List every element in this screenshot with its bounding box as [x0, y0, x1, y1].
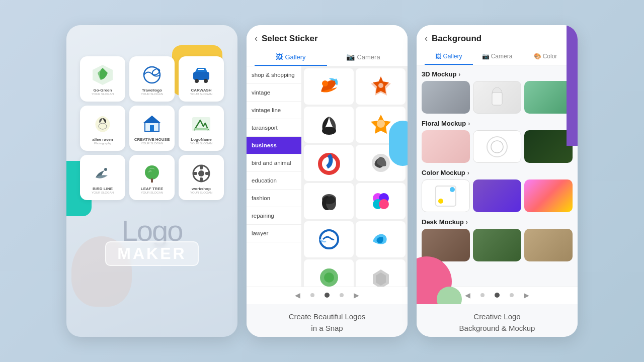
tab-camera[interactable]: 📷 Camera — [327, 49, 399, 66]
card2-back-button[interactable]: ‹ — [255, 33, 258, 44]
section-color-mockup: Color Mockup › — [422, 169, 573, 212]
cat-repairing[interactable]: repairing — [247, 207, 301, 225]
svg-point-21 — [322, 80, 328, 86]
nav-next-button[interactable]: ▶ — [354, 291, 359, 299]
sticker-7[interactable] — [304, 183, 354, 219]
svg-point-44 — [450, 187, 455, 192]
cat-vintage[interactable]: vintage — [247, 84, 301, 102]
section-floral-label: Floral Mockup — [422, 120, 466, 127]
thumb-color-2[interactable] — [473, 179, 521, 212]
section-desk-header[interactable]: Desk Mockup › — [422, 218, 573, 226]
svg-point-33 — [320, 230, 338, 248]
nav-dot-3 — [340, 293, 344, 297]
thumb-floral-2[interactable] — [473, 130, 521, 163]
maker-text: MAKER — [105, 241, 198, 266]
card3-back-button[interactable]: ‹ — [425, 33, 428, 44]
logo-cell-leaftree[interactable]: LEAF TREE YOUR SLOGAN — [129, 155, 175, 200]
thumb-floral-1[interactable] — [422, 130, 470, 163]
svg-point-13 — [145, 165, 159, 179]
thumb-floral-3[interactable] — [524, 130, 573, 163]
card3-nav-next[interactable]: ▶ — [524, 291, 529, 299]
card2-caption: Create Beautiful Logos in a Snap — [247, 304, 408, 337]
card3-camera-label: Camera — [491, 53, 513, 60]
section-3d-mockup-header[interactable]: 3D Mockup › — [422, 70, 573, 78]
thumb-3d-3[interactable] — [524, 81, 573, 114]
sticker-3[interactable] — [304, 107, 354, 143]
nav-prev-button[interactable]: ◀ — [295, 291, 300, 299]
card3-caption: Creative Logo Background & Mockup — [417, 304, 578, 337]
sticker-5[interactable] — [304, 145, 354, 181]
section-desk-label: Desk Mockup — [422, 218, 464, 226]
sticker-12[interactable] — [356, 259, 406, 287]
svg-rect-19 — [193, 172, 197, 175]
section-color-arrow: › — [467, 169, 469, 176]
sticker-1[interactable] — [304, 68, 354, 105]
logo-cell-gogreen-sub: YOUR SLOGAN — [92, 93, 114, 96]
svg-point-43 — [438, 199, 443, 204]
section-color-header[interactable]: Color Mockup › — [422, 169, 573, 176]
cat-education[interactable]: education — [247, 172, 301, 190]
logo-cell-workshop[interactable]: workshop YOUR SLOGAN — [179, 155, 224, 200]
svg-point-35 — [324, 273, 334, 283]
svg-rect-3 — [193, 72, 209, 80]
logo-cell-carwash[interactable]: CARWASH YOUR SLOGAN — [179, 56, 224, 102]
sticker-10[interactable] — [356, 221, 406, 257]
tab-gallery[interactable]: 🖼 Gallery — [255, 49, 327, 66]
card2-nav-bar: ◀ ▶ — [247, 287, 408, 304]
card3-tab-camera[interactable]: 📷 Camera — [473, 49, 521, 65]
purple-strip — [567, 25, 578, 146]
svg-point-32 — [379, 199, 389, 209]
card2-tab-row: 🖼 Gallery 📷 Camera — [255, 49, 399, 66]
gallery-icon: 🖼 — [276, 53, 283, 61]
svg-rect-18 — [200, 177, 203, 182]
thumb-color-1[interactable] — [422, 179, 470, 212]
thumb-desk-3[interactable] — [524, 229, 573, 261]
card3-tab-gallery[interactable]: 🖼 Gallery — [425, 49, 473, 65]
card2-body: shop & shopping vintage vintage line tar… — [247, 66, 408, 287]
thumb-color-3[interactable] — [524, 179, 573, 212]
section-floral-header[interactable]: Floral Mockup › — [422, 120, 573, 127]
section-floral-mockup: Floral Mockup › — [422, 120, 573, 163]
logo-cell-travellogo[interactable]: Travellogo YOUR SLOGAN — [129, 56, 175, 102]
logo-cell-logoname[interactable]: LogoName YOUR SLOGAN — [179, 106, 224, 151]
cat-taransport[interactable]: taransport — [247, 119, 301, 137]
cat-vintage-line[interactable]: vintage line — [247, 102, 301, 119]
card3-nav-dot-1 — [480, 293, 485, 297]
card1-phone: Go-Green YOUR SLOGAN Travellogo YOUR SLO… — [66, 25, 237, 337]
section-floral-arrow: › — [468, 120, 470, 127]
section-3d-label: 3D Mockup — [422, 70, 456, 78]
svg-rect-17 — [200, 165, 203, 169]
svg-rect-20 — [205, 172, 209, 175]
cat-bird-animal[interactable]: bird and animal — [247, 154, 301, 172]
sticker-9[interactable] — [304, 221, 354, 257]
sticker-categories: shop & shopping vintage vintage line tar… — [247, 66, 302, 287]
cat-fashion[interactable]: fashion — [247, 190, 301, 207]
thumb-desk-2[interactable] — [473, 229, 521, 261]
card3-camera-icon: 📷 — [482, 53, 490, 60]
card3-nav-prev[interactable]: ◀ — [465, 291, 470, 299]
sticker-2[interactable] — [356, 68, 406, 105]
section-color-label: Color Mockup — [422, 169, 465, 176]
sticker-8[interactable] — [356, 183, 406, 219]
nav-dot-2 — [325, 293, 330, 298]
thumb-3d-2[interactable] — [473, 81, 521, 114]
sticker-11[interactable] — [304, 259, 354, 287]
card3-tab-color[interactable]: 🎨 Color — [521, 49, 570, 65]
card3-title: Background — [432, 34, 481, 44]
camera-icon: 📷 — [346, 53, 355, 61]
logo-cell-creativehouse[interactable]: CREATIVE HOUSE YOUR SLOGAN — [129, 106, 175, 151]
logo-cell-birdline[interactable]: BIRD LINE YOUR SLOGAN — [80, 155, 125, 200]
svg-rect-9 — [150, 125, 154, 131]
thumb-3d-1[interactable] — [422, 81, 470, 114]
card3-body: 3D Mockup › Floral Mockup › — [417, 65, 578, 287]
svg-point-16 — [198, 170, 204, 176]
logo-cell-alleeraven[interactable]: allee raven Photography — [80, 106, 125, 151]
card3-nav-dot-2 — [495, 293, 500, 298]
cat-lawyer[interactable]: lawyer — [247, 225, 301, 242]
blue-blob-decoration — [389, 121, 408, 166]
svg-rect-14 — [151, 178, 153, 183]
cat-business[interactable]: business — [247, 137, 301, 154]
cat-shop[interactable]: shop & shopping — [247, 66, 301, 84]
card3-tab-row: 🖼 Gallery 📷 Camera 🎨 Color — [425, 49, 570, 65]
logo-cell-gogreen[interactable]: Go-Green YOUR SLOGAN — [80, 56, 125, 102]
